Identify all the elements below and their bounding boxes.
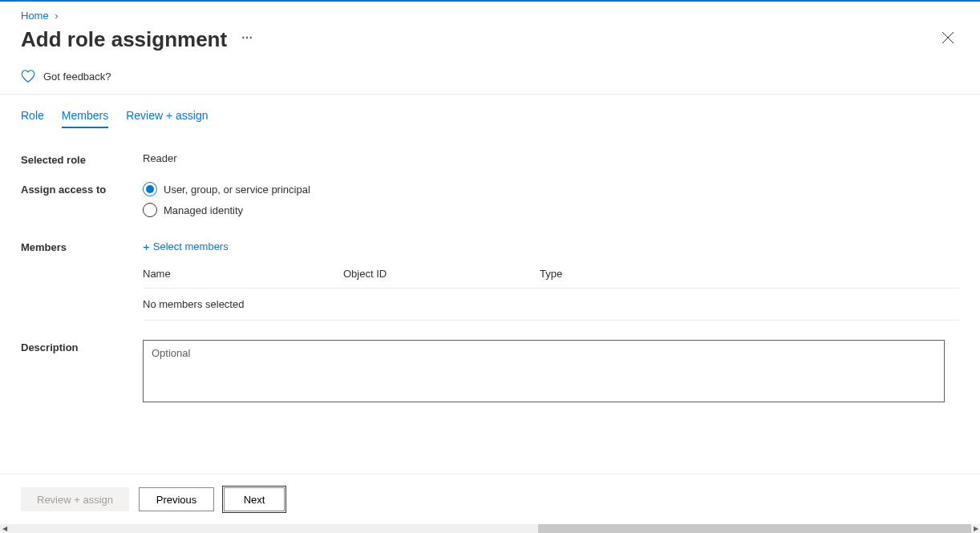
radio-label: Managed identity: [164, 204, 243, 216]
radio-user-group-principal[interactable]: User, group, or service principal: [143, 182, 959, 196]
scrollbar-thumb[interactable]: [538, 524, 971, 533]
feedback-text: Got feedback?: [43, 71, 111, 83]
close-icon[interactable]: [937, 26, 959, 52]
description-row: Description: [21, 340, 959, 405]
page-header: Add role assignment ⋯: [0, 25, 980, 63]
scrollbar-track[interactable]: [9, 524, 971, 533]
members-row: Members + Select members Name Object ID …: [21, 240, 959, 321]
members-form: Selected role Reader Assign access to Us…: [0, 128, 980, 429]
tab-members[interactable]: Members: [62, 109, 108, 128]
col-header-type[interactable]: Type: [540, 268, 959, 280]
assign-access-row: Assign access to User, group, or service…: [21, 182, 959, 224]
table-empty-row: No members selected: [143, 289, 959, 321]
selected-role-label: Selected role: [21, 152, 143, 166]
plus-icon: +: [143, 240, 150, 253]
breadcrumb-home-link[interactable]: Home: [21, 10, 49, 22]
radio-managed-identity[interactable]: Managed identity: [143, 203, 959, 217]
table-header: Name Object ID Type: [143, 268, 959, 289]
breadcrumb: Home ›: [0, 2, 980, 25]
tab-review-assign[interactable]: Review + assign: [126, 109, 208, 128]
previous-button[interactable]: Previous: [139, 487, 214, 511]
heart-icon: [21, 70, 35, 83]
selected-role-value: Reader: [143, 152, 959, 164]
review-assign-button: Review + assign: [21, 487, 129, 511]
tab-role[interactable]: Role: [21, 109, 44, 128]
col-header-name[interactable]: Name: [143, 268, 343, 280]
col-header-object-id[interactable]: Object ID: [343, 268, 540, 280]
description-input[interactable]: [143, 340, 945, 402]
scroll-left-arrow-icon[interactable]: ◀: [0, 524, 9, 533]
page-title-text: Add role assignment: [21, 27, 227, 52]
feedback-link[interactable]: Got feedback?: [0, 63, 980, 95]
footer-actions: Review + assign Previous Next: [0, 474, 980, 524]
tabs: Role Members Review + assign: [0, 95, 980, 128]
select-members-text: Select members: [153, 240, 229, 252]
members-label: Members: [21, 240, 143, 253]
selected-role-row: Selected role Reader: [21, 152, 959, 166]
content-scroll-area: Role Members Review + assign Selected ro…: [0, 95, 980, 451]
radio-checked-icon: [143, 182, 157, 196]
scroll-right-arrow-icon[interactable]: ▶: [971, 524, 980, 533]
chevron-right-icon: ›: [55, 10, 58, 22]
page-title: Add role assignment ⋯: [21, 27, 254, 52]
radio-unchecked-icon: [143, 203, 157, 217]
horizontal-scrollbar[interactable]: ◀ ▶: [0, 524, 980, 533]
description-label: Description: [21, 340, 143, 353]
select-members-link[interactable]: + Select members: [143, 240, 959, 253]
members-table: Name Object ID Type No members selected: [143, 268, 959, 321]
radio-label: User, group, or service principal: [164, 184, 310, 196]
assign-access-label: Assign access to: [21, 182, 143, 196]
next-button[interactable]: Next: [224, 487, 285, 511]
more-actions-icon[interactable]: ⋯: [241, 31, 254, 44]
